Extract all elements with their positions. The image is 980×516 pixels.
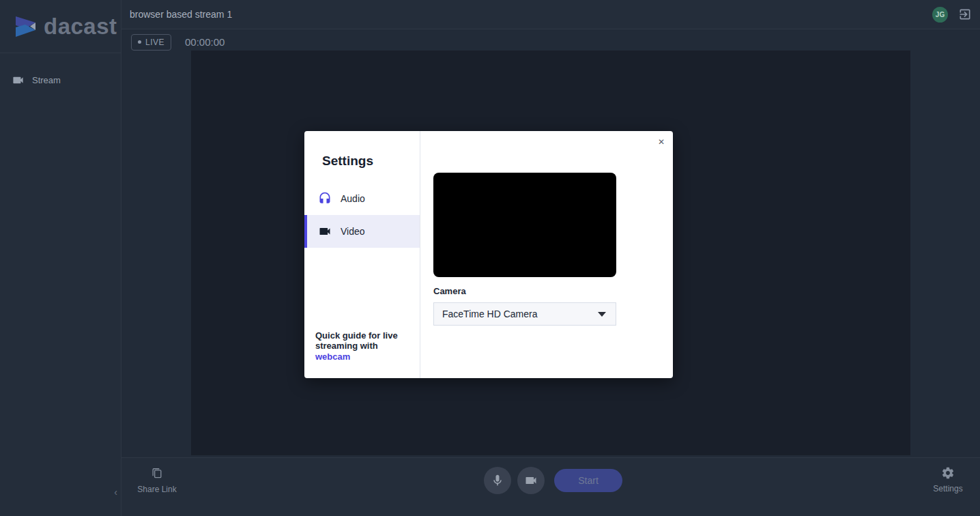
camera-preview: [433, 173, 616, 277]
microphone-icon: [491, 474, 504, 487]
videocam-icon: [318, 225, 332, 238]
settings-modal-nav: Audio Video: [304, 182, 420, 248]
stream-timer: 00:00:00: [185, 36, 225, 48]
settings-modal: Settings Audio Video Quick guide for liv…: [304, 131, 673, 378]
settings-modal-content: ✕ Camera FaceTime HD Camera: [420, 131, 673, 378]
bottom-control-bar: Share Link Start Settings: [121, 457, 980, 516]
live-row: LIVE 00:00:00: [121, 29, 980, 52]
avatar[interactable]: JG: [932, 7, 948, 23]
camera-field-label: Camera: [433, 286, 673, 296]
share-link-label: Share Link: [137, 485, 176, 494]
gear-icon: [941, 466, 955, 480]
videocam-icon: [524, 474, 538, 487]
settings-modal-sidebar: Settings Audio Video Quick guide for liv…: [304, 131, 420, 378]
live-badge: LIVE: [131, 34, 171, 51]
camera-select-value: FaceTime HD Camera: [442, 309, 538, 319]
topbar-right: JG: [932, 7, 972, 23]
sidebar-item-stream[interactable]: Stream: [0, 68, 121, 92]
sidebar-nav: Stream: [0, 53, 121, 92]
webcam-guide-link[interactable]: webcam: [315, 352, 350, 362]
copy-icon: [150, 466, 164, 480]
settings-tab-audio-label: Audio: [341, 193, 365, 204]
sidebar-item-label: Stream: [32, 75, 61, 85]
quick-guide-text: Quick guide for live streaming with webc…: [315, 330, 411, 362]
chevron-down-icon: [598, 312, 606, 317]
camera-toggle-button[interactable]: [517, 467, 545, 494]
live-label: LIVE: [145, 38, 164, 47]
start-stream-button[interactable]: Start: [554, 469, 622, 492]
dacast-logo[interactable]: dacast: [0, 0, 121, 53]
settings-tab-video-label: Video: [341, 226, 365, 237]
quick-guide-prefix: Quick guide for live streaming with: [315, 330, 398, 351]
headphones-icon: [318, 192, 332, 205]
settings-tab-video[interactable]: Video: [304, 215, 420, 248]
settings-tab-audio[interactable]: Audio: [304, 182, 420, 215]
close-icon[interactable]: ✕: [658, 138, 665, 146]
dacast-logo-icon: [12, 13, 40, 40]
videocam-icon: [12, 74, 25, 87]
dacast-logo-text: dacast: [44, 14, 117, 40]
exit-icon[interactable]: [958, 8, 972, 21]
camera-select-dropdown[interactable]: FaceTime HD Camera: [433, 302, 616, 326]
share-link-button[interactable]: Share Link: [130, 466, 184, 494]
settings-modal-title: Settings: [322, 154, 420, 169]
sidebar-collapse-arrow[interactable]: ‹: [114, 487, 117, 497]
sidebar: dacast Stream ‹: [0, 0, 121, 516]
microphone-toggle-button[interactable]: [484, 467, 511, 494]
topbar: browser based stream 1 JG: [121, 0, 980, 29]
settings-label: Settings: [933, 484, 962, 493]
app-root: dacast Stream ‹ browser based stream 1 J…: [0, 0, 980, 516]
live-dot-icon: [138, 40, 141, 44]
settings-button[interactable]: Settings: [922, 466, 974, 493]
stream-title: browser based stream 1: [130, 9, 232, 20]
